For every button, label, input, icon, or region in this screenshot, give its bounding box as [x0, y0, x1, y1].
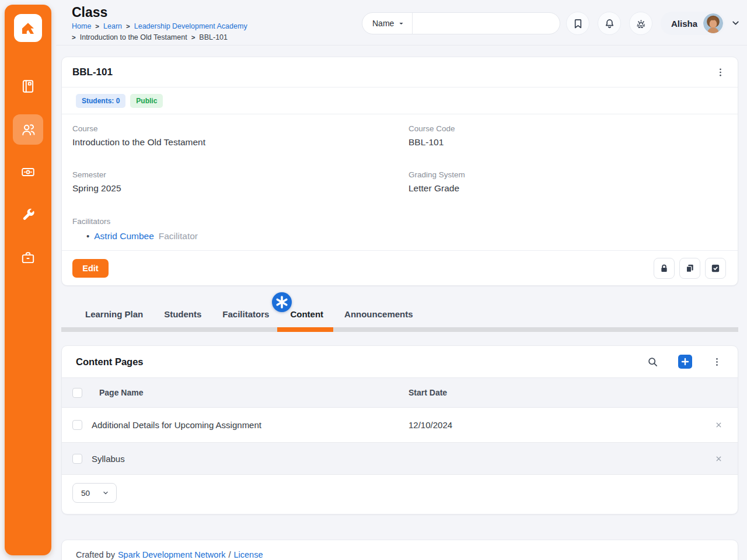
sidebar-item-work[interactable] — [16, 246, 40, 270]
content-pages-panel: Content Pages — [61, 345, 738, 514]
table-row[interactable]: Syllabus — [62, 443, 738, 475]
class-card-menu-button[interactable] — [714, 65, 726, 79]
security-button[interactable] — [654, 258, 675, 279]
edit-button[interactable]: Edit — [72, 259, 109, 278]
copy-button[interactable] — [679, 258, 700, 279]
notifications-button[interactable] — [598, 12, 621, 35]
tab-facilitators[interactable]: Facilitators — [222, 307, 269, 321]
column-header-page-name: Page Name — [99, 388, 143, 397]
bookmarks-button[interactable] — [566, 12, 589, 35]
grid-search-button[interactable] — [647, 356, 659, 368]
footer-credits: Crafted by Spark Development Network / L… — [62, 540, 738, 559]
rock-logo-icon — [19, 19, 37, 37]
public-badge: Public — [130, 94, 163, 108]
global-search: Name — [362, 12, 560, 34]
briefcase-icon — [20, 250, 36, 265]
theme-toggle-button[interactable] — [629, 12, 652, 35]
row-checkbox[interactable] — [72, 420, 82, 430]
sidebar-item-money[interactable] — [16, 160, 40, 184]
tab-learning-plan[interactable]: Learning Plan — [85, 307, 143, 321]
footer-separator: / — [228, 550, 231, 559]
close-icon — [715, 455, 722, 463]
search-icon — [647, 356, 659, 368]
sun-horizon-icon — [635, 18, 647, 30]
bullet-icon: • — [86, 231, 89, 241]
people-icon — [20, 122, 36, 138]
page-size-select[interactable]: 50 — [72, 483, 117, 503]
rock-logo[interactable] — [14, 14, 42, 42]
page-title: Class — [72, 5, 107, 20]
footer-card: Crafted by Spark Development Network / L… — [61, 540, 738, 560]
breadcrumb: Home > Learn > Leadership Development Ac… — [72, 22, 352, 42]
breadcrumb-item-course[interactable]: Introduction to the Old Testament — [80, 33, 187, 42]
breadcrumb-separator: > — [191, 33, 196, 42]
user-menu-chevron[interactable] — [731, 18, 741, 30]
copy-icon — [684, 262, 696, 274]
avatar — [703, 13, 723, 33]
row-delete-button[interactable] — [715, 421, 722, 429]
row-page-name: Syllabus — [92, 454, 125, 464]
global-search-input[interactable] — [413, 13, 560, 34]
field-course-code-value: BBL-101 — [409, 137, 727, 148]
grid-menu-button[interactable] — [711, 356, 722, 368]
footer-prefix: Crafted by — [76, 550, 115, 559]
breadcrumb-item-home[interactable]: Home — [72, 22, 91, 31]
class-card-header: BBL-101 — [62, 57, 738, 88]
chevron-down-icon — [102, 489, 109, 496]
field-semester: Semester Spring 2025 — [72, 170, 409, 202]
tab-students[interactable]: Students — [164, 307, 201, 321]
content-panel-header: Content Pages — [62, 346, 738, 377]
field-course-label: Course — [72, 124, 409, 133]
kebab-menu-icon — [711, 356, 722, 368]
grid-footer: 50 — [62, 475, 738, 514]
page-size-value: 50 — [81, 489, 90, 498]
field-grading-system-label: Grading System — [409, 170, 727, 179]
header-divider — [56, 45, 747, 46]
row-delete-button[interactable] — [715, 455, 722, 463]
user-menu[interactable]: Alisha — [661, 12, 725, 35]
add-content-page-button[interactable] — [678, 355, 692, 369]
field-course: Course Introduction to the Old Testament — [72, 124, 409, 156]
breadcrumb-separator: > — [126, 22, 130, 31]
table-row[interactable]: Additional Details for Upcoming Assignme… — [62, 408, 738, 443]
breadcrumb-separator: > — [95, 22, 99, 31]
facilitators-section: Facilitators • Astrid Cumbee Facilitator — [72, 217, 727, 250]
class-card-badges: Students: 0 Public — [62, 88, 738, 114]
facilitators-label: Facilitators — [72, 217, 727, 226]
field-semester-value: Spring 2025 — [72, 183, 409, 194]
field-course-code: Course Code BBL-101 — [409, 124, 727, 156]
click-marker — [272, 292, 292, 312]
tab-announcements[interactable]: Announcements — [344, 307, 413, 321]
students-count-badge: Students: 0 — [76, 94, 125, 108]
breadcrumb-item-learn[interactable]: Learn — [103, 22, 122, 31]
money-icon — [20, 164, 36, 180]
class-detail-card: BBL-101 Students: 0 Public Course Introd… — [61, 57, 738, 286]
sidebar-item-tools[interactable] — [16, 203, 40, 226]
class-card-footer: Edit — [62, 250, 738, 286]
sidebar-item-journal[interactable] — [16, 75, 40, 98]
lock-icon — [658, 262, 670, 274]
select-all-checkbox[interactable] — [72, 388, 82, 398]
search-filter-dropdown[interactable]: Name — [362, 13, 413, 34]
breadcrumb-item-class: BBL-101 — [199, 33, 228, 42]
journal-icon — [20, 79, 36, 94]
attendance-button[interactable] — [705, 258, 726, 279]
row-checkbox[interactable] — [72, 454, 82, 464]
facilitator-name-link[interactable]: Astrid Cumbee — [94, 231, 154, 242]
license-link[interactable]: License — [234, 550, 263, 559]
field-grading-system: Grading System Letter Grade — [409, 170, 727, 202]
class-tabs: Learning Plan Students Facilitators Cont… — [85, 307, 413, 321]
breadcrumb-item-academy[interactable]: Leadership Development Academy — [134, 22, 247, 31]
tab-content[interactable]: Content — [290, 307, 323, 321]
field-course-value: Introduction to the Old Testament — [72, 137, 409, 148]
wrench-icon — [21, 208, 36, 222]
field-semester-label: Semester — [72, 170, 409, 179]
class-card-body: Course Introduction to the Old Testament… — [62, 114, 738, 250]
facilitator-list-item: • Astrid Cumbee Facilitator — [86, 231, 727, 242]
row-page-name: Additional Details for Upcoming Assignme… — [92, 420, 261, 430]
content-panel-title: Content Pages — [76, 356, 144, 368]
kebab-menu-icon — [715, 66, 726, 79]
spark-network-link[interactable]: Spark Development Network — [118, 550, 226, 559]
bookmark-icon — [572, 18, 584, 30]
sidebar-item-people[interactable] — [16, 118, 40, 141]
